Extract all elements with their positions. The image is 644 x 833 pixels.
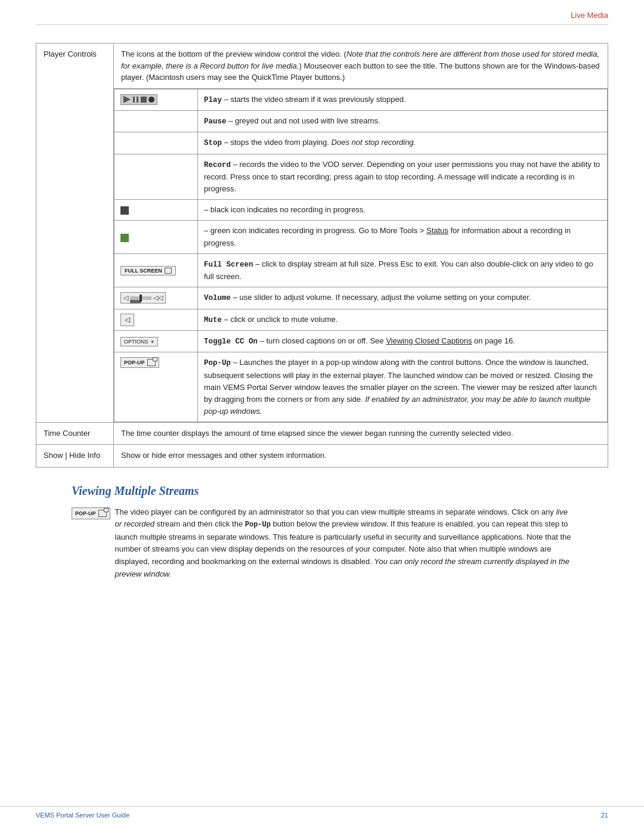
popup-icon-cell: POP-UP [114,352,198,422]
player-controls-label: Player Controls [36,44,114,423]
play-icon-cell [114,89,198,110]
page-footer: VEMS Portal Server User Guide 21 [0,806,644,819]
fullscreen-label: FULL SCREEN [125,268,162,274]
black-square-icon [120,206,129,215]
popup-btn-mockup: POP-UP [120,357,159,368]
fullscreen-desc-cell: Full Screen – click to display stream at… [198,253,608,287]
options-desc: Toggle CC On – turn closed captions on o… [204,336,515,345]
stop-desc-cell: Stop – stops the video from playing. Doe… [198,132,608,154]
control-row-popup: POP-UP Pop-Up – Launches the player in a… [114,352,608,422]
stop-icon-cell [114,132,198,154]
green-sq-icon-cell [114,221,198,253]
options-label: OPTIONS [124,339,148,345]
section-heading: Viewing Multiple Streams [36,484,608,498]
show-hide-desc: Show or hide error messages and other sy… [114,445,608,467]
time-counter-desc: The time counter displays the amount of … [114,423,608,445]
player-controls-row: Player Controls The icons at the bottom … [36,44,608,423]
fullscreen-desc: Full Screen – click to display stream at… [204,259,593,281]
player-controls-content: The icons at the bottom of the preview w… [114,44,608,423]
volume-thumb [140,295,142,302]
mute-desc-cell: Mute – click or unclick to mute volume. [198,309,608,330]
mute-icon-cell: ◁ [114,309,198,330]
viewing-cc-link[interactable]: Viewing Closed Captions [386,336,472,345]
mute-desc: Mute – click or unclick to mute volume. [204,315,338,324]
section-popup-label: POP-UP [75,509,96,518]
volume-track [130,296,151,300]
green-square-icon [120,234,129,242]
play-desc: Play – starts the video stream if it was… [204,95,406,104]
time-counter-row: Time Counter The time counter displays t… [36,423,608,445]
show-hide-label: Show | Hide Info [36,445,114,467]
mute-speaker-icon: ◁ [125,315,130,324]
section-popup-row: POP-UP The video player can be configure… [72,506,572,581]
pause-icon-cell [114,110,198,132]
control-row-green-sq: – green icon indicates recording in prog… [114,221,608,253]
player-controls-header: The icons at the bottom of the preview w… [114,44,608,89]
page-header: Live Media [36,0,608,25]
pause-desc: Pause – greyed out and not used with liv… [204,116,380,125]
time-counter-text: The time counter displays the amount of … [121,429,513,438]
show-hide-row: Show | Hide Info Show or hide error mess… [36,445,608,467]
section-popup-btn: POP-UP [72,507,110,519]
pause-desc-cell: Pause – greyed out and not used with liv… [198,110,608,132]
controls-table: Play – starts the video stream if it was… [114,89,608,423]
record-desc: Record – records the video to the VOD se… [204,160,600,194]
black-sq-desc-cell: – black icon indicates no recording in p… [198,200,608,221]
section-popup-window-icon [98,510,107,517]
fullscreen-icon-cell: FULL SCREEN [114,253,198,287]
popup-overlay-icon [153,357,157,361]
green-sq-desc: – green icon indicates recording in prog… [204,226,571,247]
record-desc-cell: Record – records the video to the VOD se… [198,154,608,200]
options-btn-mockup: OPTIONS ▼ [120,337,158,346]
page-container: Live Media Player Controls The icons at … [0,0,644,833]
fullscreen-expand-icon [165,268,172,274]
stop-desc: Stop – stops the video from playing. Doe… [204,138,416,147]
black-sq-icon-cell [114,200,198,221]
black-sq-desc: – black icon indicates no recording in p… [204,205,366,214]
stop-btn-icon [141,97,147,103]
control-row-mute: ◁ Mute – click or unclick to mute volume… [114,309,608,330]
dropdown-arrow-icon: ▼ [150,339,155,345]
popup-label: POP-UP [124,360,145,366]
main-content-table: Player Controls The icons at the bottom … [36,43,608,467]
time-counter-label: Time Counter [36,423,114,445]
section-popup-overlay-icon [104,508,109,512]
green-sq-desc-cell: – green icon indicates recording in prog… [198,221,608,253]
pause-btn-icon [132,97,139,103]
control-row-pause: Pause – greyed out and not used with liv… [114,110,608,132]
popup-desc: Pop-Up – Launches the player in a pop-up… [204,358,597,416]
control-row-stop: Stop – stops the video from playing. Doe… [114,132,608,154]
footer-right: 21 [601,812,608,819]
volume-desc-cell: Volume – use slider to adjust volume. If… [198,287,608,309]
fullscreen-btn-mockup: FULL SCREEN [120,266,176,275]
control-row-play: Play – starts the video stream if it was… [114,89,608,110]
popup-desc-cell: Pop-Up – Launches the player in a pop-up… [198,352,608,422]
control-row-black-sq: – black icon indicates no recording in p… [114,200,608,221]
show-hide-text: Show or hide error messages and other sy… [121,451,327,460]
volume-icon-cell: ◁ ◁◁ [114,287,198,309]
control-row-fullscreen: FULL SCREEN Full Screen – click to displ… [114,253,608,287]
volume-right-icon: ◁◁ [153,294,163,302]
section-body-text: The video player can be configured by an… [115,506,572,581]
play-controls-mockup [120,94,157,105]
play-btn-icon [123,96,131,103]
live-media-link[interactable]: Live Media [571,11,608,20]
volume-btn-mockup: ◁ ◁◁ [120,292,166,304]
mute-btn-mockup: ◁ [120,314,134,326]
options-icon-cell: OPTIONS ▼ [114,330,198,352]
section-body: POP-UP The video player can be configure… [36,506,608,581]
options-desc-cell: Toggle CC On – turn closed captions on o… [198,330,608,352]
status-link[interactable]: Status [426,226,448,235]
rec-btn-icon [148,97,154,103]
footer-left: VEMS Portal Server User Guide [36,812,129,819]
volume-desc: Volume – use slider to adjust volume. If… [204,293,531,302]
control-row-record: Record – records the video to the VOD se… [114,154,608,200]
record-icon-cell [114,154,198,200]
volume-left-icon: ◁ [123,294,128,302]
control-row-options: OPTIONS ▼ Toggle CC On – turn closed cap… [114,330,608,352]
play-desc-cell: Play – starts the video stream if it was… [198,89,608,110]
popup-window-icon [147,359,156,366]
control-row-volume: ◁ ◁◁ Volume – use sli [114,287,608,309]
